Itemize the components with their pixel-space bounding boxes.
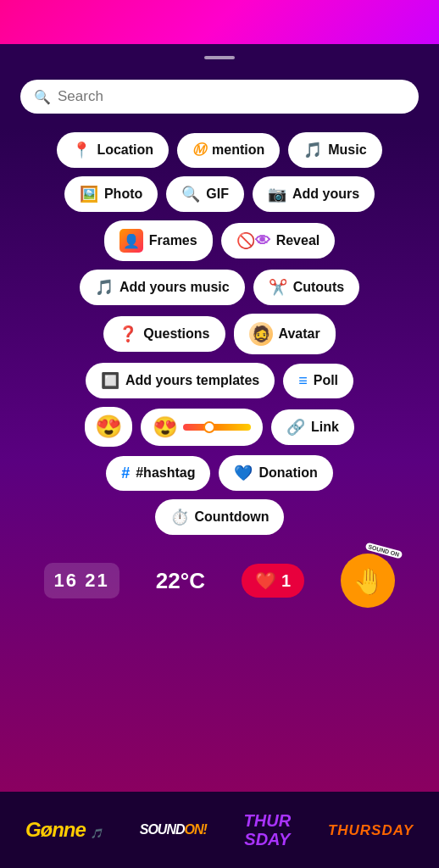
- avatar-sticker[interactable]: 🧔 Avatar: [234, 314, 336, 354]
- addyoursmusic-icon: 🎵: [95, 278, 114, 297]
- top-bar: [0, 0, 439, 44]
- reveal-icon: 🚫👁: [236, 231, 270, 250]
- location-label: Location: [97, 142, 153, 158]
- addyours-icon: 📷: [268, 185, 286, 203]
- likes-widget: ❤️ 1: [242, 564, 304, 598]
- poll-sticker[interactable]: ≡ Poll: [283, 364, 353, 398]
- emoji-icon: 😍: [95, 414, 122, 440]
- location-icon: 📍: [72, 141, 91, 159]
- link-sticker[interactable]: 🔗 Link: [271, 409, 354, 445]
- sticker-row-7: 😍 😍 🔗 Link: [85, 407, 354, 447]
- bottom-sticker-2[interactable]: SOUNDON!: [133, 819, 214, 841]
- bottom-sticker-4[interactable]: THURSDAY: [321, 818, 420, 843]
- addyourstemplates-sticker[interactable]: 🔲 Add yours templates: [86, 363, 275, 398]
- gif-sticker[interactable]: 🔍 GIF: [166, 176, 244, 212]
- addyoursmusic-sticker[interactable]: 🎵 Add yours music: [80, 270, 245, 305]
- questions-label: Questions: [143, 326, 209, 342]
- hashtag-icon: #: [121, 465, 130, 482]
- hashtag-label: #hashtag: [136, 465, 195, 481]
- donation-sticker[interactable]: 💙 Donation: [219, 455, 332, 491]
- emoji-slider-track: [183, 424, 251, 431]
- bottom-sticker-3[interactable]: THURSDAY: [237, 808, 298, 852]
- countdown-label: Countdown: [195, 509, 270, 525]
- temp-widget: 22°C: [156, 568, 205, 594]
- search-input[interactable]: [58, 88, 405, 105]
- link-label: Link: [311, 420, 339, 435]
- frames-thumb: 👤: [119, 229, 143, 253]
- countdown-icon: ⏱️: [170, 508, 189, 526]
- stickers-area: 📍 Location Ⓜ mention 🎵 Music 🖼️ Photo 🔍 …: [0, 129, 439, 792]
- questions-sticker[interactable]: ❓ Questions: [103, 316, 225, 352]
- bottom-band: Gønne 🎵 SOUNDON! THURSDAY THURSDAY: [0, 792, 439, 868]
- music-icon: 🎵: [303, 141, 322, 159]
- sticker-row-3: 👤 Frames 🚫👁 Reveal: [104, 220, 336, 261]
- donation-label: Donation: [258, 465, 317, 481]
- time-widget: 16 21: [44, 563, 119, 598]
- widgets-row: 16 21 22°C ❤️ 1 🤚 SOUND ON: [17, 554, 422, 608]
- gif-icon: 🔍: [181, 185, 200, 203]
- music-label: Music: [328, 142, 366, 158]
- countdown-sticker[interactable]: ⏱️ Countdown: [155, 499, 285, 535]
- soundon-hand-icon: 🤚: [353, 566, 384, 596]
- search-icon: 🔍: [34, 89, 51, 105]
- bottom-sticker-1[interactable]: Gønne 🎵: [19, 815, 109, 845]
- donation-icon: 💙: [234, 464, 253, 482]
- mention-sticker[interactable]: Ⓜ mention: [177, 133, 280, 168]
- sticker-row-8: # #hashtag 💙 Donation: [106, 455, 333, 491]
- questions-icon: ❓: [119, 325, 137, 343]
- mention-label: mention: [212, 142, 264, 158]
- addyourstemplates-icon: 🔲: [101, 371, 119, 390]
- sticker-row-6: 🔲 Add yours templates ≡ Poll: [86, 363, 353, 398]
- hashtag-sticker[interactable]: # #hashtag: [106, 456, 210, 491]
- cutouts-sticker[interactable]: ✂️ Cutouts: [253, 270, 359, 305]
- mention-icon: Ⓜ: [192, 142, 206, 159]
- cutouts-label: Cutouts: [293, 280, 344, 295]
- addyours-sticker[interactable]: 📷 Add yours: [253, 176, 375, 212]
- avatar-label: Avatar: [279, 326, 320, 342]
- sticker-row-4: 🎵 Add yours music ✂️ Cutouts: [80, 270, 359, 305]
- sticker-row-1: 📍 Location Ⓜ mention 🎵 Music: [57, 132, 381, 168]
- soundon-widget: 🤚 SOUND ON: [341, 554, 395, 608]
- emoji-sticker[interactable]: 😍: [85, 407, 132, 447]
- soundon-label: SOUND ON: [364, 542, 403, 559]
- addyours-label: Add yours: [292, 186, 359, 202]
- addyourstemplates-label: Add yours templates: [125, 373, 259, 388]
- music-sticker[interactable]: 🎵 Music: [288, 132, 381, 168]
- emoji-slider-sticker[interactable]: 😍: [141, 409, 263, 446]
- photo-label: Photo: [104, 186, 142, 202]
- reveal-label: Reveal: [276, 233, 320, 248]
- cutouts-icon: ✂️: [269, 278, 287, 297]
- sticker-row-5: ❓ Questions 🧔 Avatar: [103, 314, 335, 354]
- poll-label: Poll: [314, 373, 338, 388]
- photo-icon: 🖼️: [80, 185, 98, 203]
- sticker-row-2: 🖼️ Photo 🔍 GIF 📷 Add yours: [64, 176, 375, 212]
- gif-label: GIF: [206, 186, 229, 202]
- frames-sticker[interactable]: 👤 Frames: [104, 220, 213, 261]
- frames-label: Frames: [149, 233, 197, 248]
- emoji-slider-icon: 😍: [153, 415, 178, 439]
- search-bar[interactable]: 🔍: [20, 80, 419, 114]
- avatar-icon: 🧔: [249, 322, 273, 346]
- addyoursmusic-label: Add yours music: [119, 280, 230, 295]
- link-icon: 🔗: [286, 418, 305, 437]
- reveal-sticker[interactable]: 🚫👁 Reveal: [221, 223, 336, 259]
- photo-sticker[interactable]: 🖼️ Photo: [64, 176, 158, 212]
- location-sticker[interactable]: 📍 Location: [57, 132, 169, 168]
- likes-heart-icon: ❤️: [255, 570, 276, 591]
- sticker-row-9: ⏱️ Countdown: [155, 499, 285, 535]
- poll-icon: ≡: [298, 372, 308, 390]
